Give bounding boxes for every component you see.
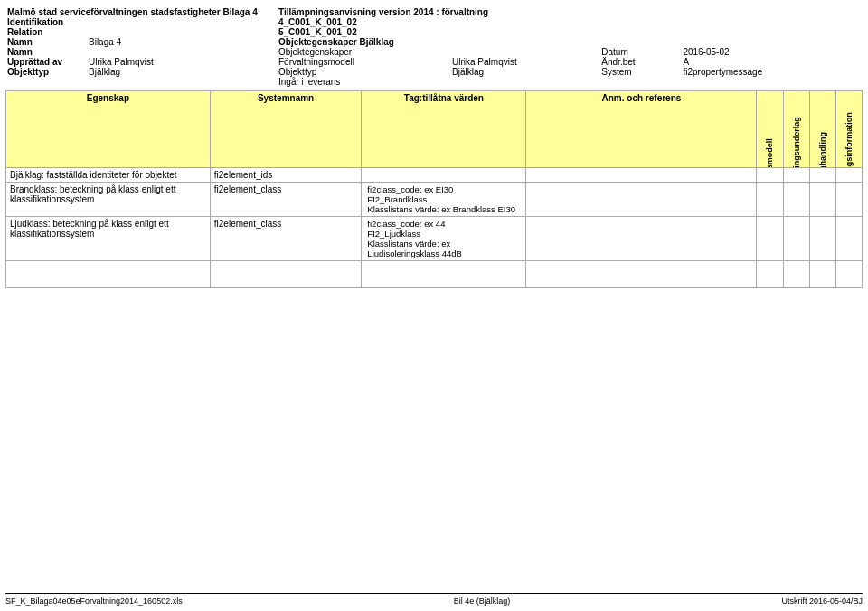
relation-value xyxy=(87,27,268,37)
relation-label: Relation xyxy=(5,27,87,37)
row2-tag-line2: FI2_Brandklass xyxy=(365,194,522,204)
top-section: Malmö stad serviceförvaltningen stadsfas… xyxy=(5,7,863,87)
datum-value: 2016-05-02 xyxy=(681,47,863,57)
row3-forvaltning xyxy=(835,217,862,261)
row3-bygg xyxy=(809,217,835,261)
obj-header: Objektegenskaper Bjälklag xyxy=(277,37,863,47)
id-label: Identifikation xyxy=(5,17,87,27)
obj-sub-row: Objektegenskaper Datum 2016-05-02 xyxy=(277,47,863,57)
objekttyp-right-value: Bjälklag xyxy=(450,67,599,77)
row3-tag-line2: FI2_Ljudklass xyxy=(365,229,522,239)
andbet-value: A xyxy=(681,57,863,67)
namn-label: Namn xyxy=(5,37,87,47)
obj-header-row: Objektegenskaper Bjälklag xyxy=(277,37,863,47)
org-name: Malmö stad serviceförvaltningen stadsfas… xyxy=(5,7,268,17)
id-row: Identifikation xyxy=(5,17,268,27)
footer: SF_K_Bilaga04e05eForvaltning2014_160502.… xyxy=(5,593,863,606)
ingar-value: Ingår i leverans xyxy=(277,77,863,87)
id-right-value: 4_C001_K_001_02 xyxy=(277,17,863,27)
org-row: Malmö stad serviceförvaltningen stadsfas… xyxy=(5,7,268,17)
row2-basmodell xyxy=(757,183,783,217)
main-data-table: Egenskap Systemnamn Tag:tillåtna värden … xyxy=(5,90,863,288)
ingar-row: Ingår i leverans xyxy=(277,77,863,87)
row3-basmodell xyxy=(757,217,783,261)
col-tag-header: Tag:tillåtna värden xyxy=(362,91,526,168)
row1-basmodell xyxy=(757,168,783,183)
data-table-wrapper: Egenskap Systemnamn Tag:tillåtna värden … xyxy=(5,90,863,288)
row2-anm xyxy=(526,183,757,217)
empty-basmodell xyxy=(757,261,783,288)
row1-systemnamn: fi2element_ids xyxy=(210,168,362,183)
col-basmodell-header: Basmodell xyxy=(757,91,783,168)
col-egenskap-header: Egenskap xyxy=(6,91,211,168)
row1-bygg xyxy=(809,168,835,183)
objekttyp-value: Bjälklag xyxy=(87,67,268,77)
empty-egenskap xyxy=(6,261,211,288)
system-value: fi2propertymessage xyxy=(681,67,863,77)
upprattad-right: Ulrika Palmqvist xyxy=(450,57,599,67)
row1-forfragan xyxy=(783,168,809,183)
page: Malmö stad serviceförvaltningen stadsfas… xyxy=(0,0,868,611)
row2-egenskap: Brandklass: beteckning på klass enligt e… xyxy=(6,183,211,217)
col-forvaltning-header: Förvaltningsinformation xyxy=(835,91,862,168)
namn-row: Namn Bilaga 4 xyxy=(5,37,268,47)
footer-center: Bil 4e (Bjälklag) xyxy=(454,597,511,606)
empty-forvaltning xyxy=(835,261,862,288)
row2-forvaltning xyxy=(835,183,862,217)
table-row: Brandklass: beteckning på klass enligt e… xyxy=(6,183,863,217)
row3-egenskap: Ljudklass: beteckning på klass enligt et… xyxy=(6,217,211,261)
row3-forfragan xyxy=(783,217,809,261)
empty-bygg xyxy=(809,261,835,288)
empty-systemnamn xyxy=(210,261,362,288)
row3-tag: fi2class_code: ex 44 FI2_Ljudklass Klass… xyxy=(362,217,526,261)
forvaltning-label: Förvaltningsmodell xyxy=(277,57,450,67)
table-row: Bjälklag: fastställda identiteter för ob… xyxy=(6,168,863,183)
row3-tag-line1: fi2class_code: ex 44 xyxy=(365,219,522,229)
upprattad-label: Upprättad av xyxy=(5,57,87,67)
id-value xyxy=(87,17,268,27)
row1-anm xyxy=(526,168,757,183)
table-row xyxy=(6,261,863,288)
col-bygg-header: Bygghandling xyxy=(809,91,835,168)
objekttyp-row: Objekttyp Bjälklag xyxy=(5,67,268,77)
id-right-row: 4_C001_K_001_02 xyxy=(277,17,863,27)
row2-forfragan xyxy=(783,183,809,217)
row3-tag-line3: Klasslistans värde: ex Ljudisoleringskla… xyxy=(365,239,522,258)
empty-anm xyxy=(526,261,757,288)
objekttyp-right-label: Objekttyp xyxy=(277,67,450,77)
table-header-row: Egenskap Systemnamn Tag:tillåtna värden … xyxy=(6,91,863,168)
datum-label: Datum xyxy=(599,47,681,57)
namn-row2: Namn xyxy=(5,47,268,57)
empty-forfragan xyxy=(783,261,809,288)
bilaga-value: Bilaga 4 xyxy=(87,37,268,47)
empty-tag xyxy=(362,261,526,288)
relation-right-value: 5_C001_K_001_02 xyxy=(277,27,863,37)
objekttyp-label: Objekttyp xyxy=(5,67,87,77)
obj-sub: Objektegenskaper xyxy=(277,47,599,57)
row2-tag: fi2class_code: ex EI30 FI2_Brandklass Kl… xyxy=(362,183,526,217)
row1-forvaltning xyxy=(835,168,862,183)
row2-tag-line3: Klasslistans värde: ex Brandklass EI30 xyxy=(365,204,522,214)
footer-left: SF_K_Bilaga04e05eForvaltning2014_160502.… xyxy=(5,597,183,606)
upprattad-value: Ulrika Palmqvist xyxy=(87,57,268,67)
system-label: System xyxy=(599,67,681,77)
row2-systemnamn: fi2element_class xyxy=(210,183,362,217)
namn-label2: Namn xyxy=(5,47,87,57)
row3-anm xyxy=(526,217,757,261)
table-row: Ljudklass: beteckning på klass enligt et… xyxy=(6,217,863,261)
relation-right-row: 5_C001_K_001_02 xyxy=(277,27,863,37)
col-forfragan-header: Förfrågningsunderlag xyxy=(783,91,809,168)
row3-systemnamn: fi2element_class xyxy=(210,217,362,261)
namn-value2 xyxy=(87,47,268,57)
row2-tag-line1: fi2class_code: ex EI30 xyxy=(365,184,522,194)
upprattad-row: Upprättad av Ulrika Palmqvist xyxy=(5,57,268,67)
row1-egenskap: Bjälklag: fastställda identiteter för ob… xyxy=(6,168,211,183)
col-anm-header: Anm. och referens xyxy=(526,91,757,168)
top-left-block: Malmö stad serviceförvaltningen stadsfas… xyxy=(5,7,268,87)
row1-tag xyxy=(362,168,526,183)
col-systemnamn-header: Systemnamn xyxy=(210,91,362,168)
forvaltning-row: Förvaltningsmodell Ulrika Palmqvist Ändr… xyxy=(277,57,863,67)
relation-row: Relation xyxy=(5,27,268,37)
title-row: Tillämpningsanvisning version 2014 : för… xyxy=(277,7,863,17)
main-title: Tillämpningsanvisning version 2014 : för… xyxy=(277,7,863,17)
